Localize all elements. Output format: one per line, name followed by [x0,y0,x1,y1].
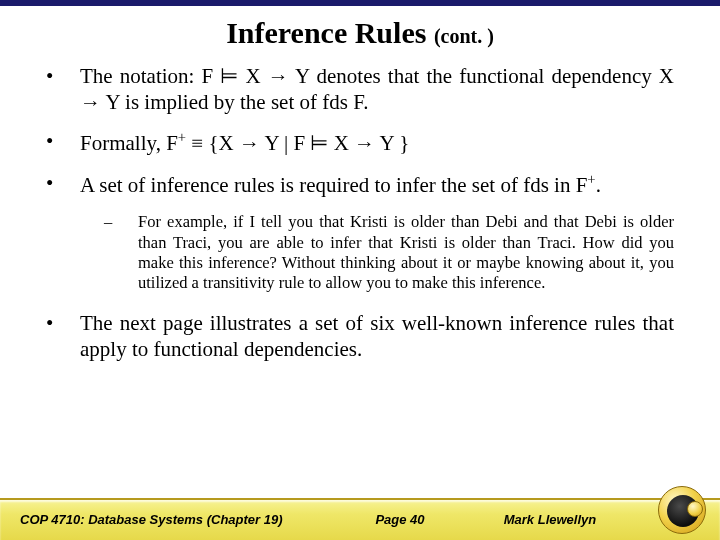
slide-content: • The notation: F ⊨ X → Y denotes that t… [0,64,720,362]
b2-sup: + [178,129,186,145]
b3-post: . [596,173,601,197]
b3-pre: A set of inference rules is required to … [80,173,587,197]
bullet-icon: • [46,311,80,362]
bullet-3: • A set of inference rules is required t… [46,171,674,199]
footer-page: Page 40 [320,512,480,527]
bullet-2: • Formally, F+ ≡ {X → Y | F ⊨ X → Y } [46,129,674,157]
slide: Inference Rules (cont. ) • The notation:… [0,0,720,540]
footer-course: COP 4710: Database Systems (Chapter 19) [20,512,320,527]
logo-pegasus-head [687,501,703,517]
sub-bullet-1: – For example, if I tell you that Kristi… [104,212,674,293]
b3-sup: + [587,171,595,187]
bullet-icon: • [46,129,80,157]
footer-author: Mark Llewellyn [480,512,620,527]
dash-icon: – [104,212,138,293]
ucf-logo-icon [658,486,706,534]
title-main: Inference Rules [226,16,434,49]
bullet-1-text: The notation: F ⊨ X → Y denotes that the… [80,64,674,115]
bullet-4: • The next page illustrates a set of six… [46,311,674,362]
bullet-4-text: The next page illustrates a set of six w… [80,311,674,362]
bullet-icon: • [46,171,80,199]
b2-pre: Formally, F [80,131,178,155]
title-cont: (cont. ) [434,25,494,47]
bullet-3-text: A set of inference rules is required to … [80,171,674,199]
b2-post: ≡ {X → Y | F ⊨ X → Y } [186,131,409,155]
footer-text: COP 4710: Database Systems (Chapter 19) … [0,498,640,540]
bullet-icon: • [46,64,80,115]
footer: COP 4710: Database Systems (Chapter 19) … [0,486,720,540]
logo-outer-circle [658,486,706,534]
bullet-2-text: Formally, F+ ≡ {X → Y | F ⊨ X → Y } [80,129,674,157]
slide-title: Inference Rules (cont. ) [0,16,720,50]
bullet-1: • The notation: F ⊨ X → Y denotes that t… [46,64,674,115]
sub-1-text: For example, if I tell you that Kristi i… [138,212,674,293]
